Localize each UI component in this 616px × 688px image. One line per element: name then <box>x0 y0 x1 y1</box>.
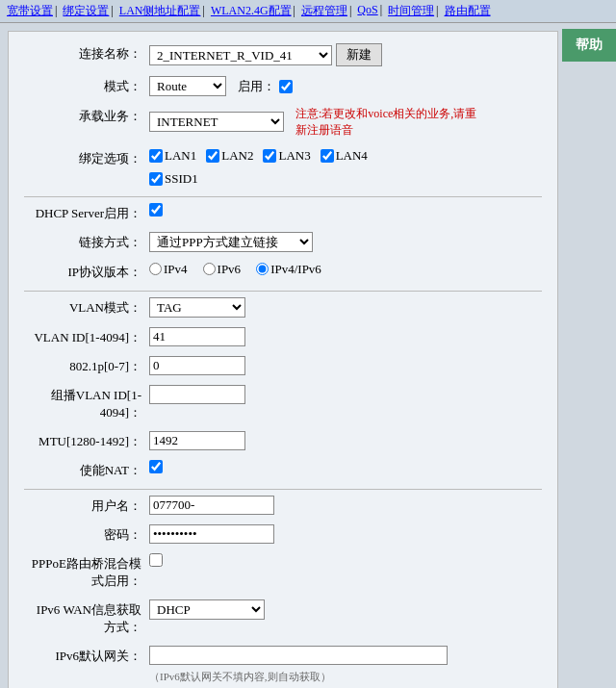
bind-ssid1: SSID1 <box>149 171 426 187</box>
ipv6-gw-hint: （IPv6默认网关不填内容,则自动获取） <box>149 670 331 684</box>
enabled-checkbox[interactable] <box>279 80 293 93</box>
ipv46-radio[interactable] <box>256 263 269 275</box>
bind-options-row: 绑定选项： LAN1 LAN2 LAN3 LAN4 <box>24 148 542 187</box>
conn-name-value: 2_INTERNET_R_VID_41 新建 <box>149 43 542 66</box>
ipv6-wan-value: DHCP <box>149 599 542 620</box>
bind-lan1-label: LAN1 <box>165 148 196 164</box>
pppoe-bridge-value <box>149 553 542 567</box>
nav-item-time[interactable]: 时间管理 <box>385 2 441 20</box>
vlan-id-input[interactable] <box>149 327 245 346</box>
password-input[interactable] <box>149 524 274 544</box>
ipv4-radio[interactable] <box>149 263 162 275</box>
username-input[interactable] <box>149 496 274 515</box>
bind-ssid1-label: SSID1 <box>165 171 198 187</box>
mtu-row: MTU[1280-1492]： <box>24 431 542 450</box>
password-row: 密码： <box>24 524 542 544</box>
ipv6-gw-value: （IPv6默认网关不填内容,则自动获取） <box>149 646 542 684</box>
mvlan-id-input[interactable] <box>149 385 245 404</box>
help-button[interactable]: 帮助 <box>562 29 616 62</box>
ipv6-gw-label: IPv6默认网关： <box>24 646 149 665</box>
ipv6-wan-label: IPv6 WAN信息获取方式： <box>24 599 149 636</box>
ipv46-radio-item: IPv4/IPv6 <box>256 262 321 277</box>
mode-row: 模式： Route 启用： <box>24 76 542 96</box>
nav-item-wlan[interactable]: WLAN2.4G配置 <box>208 2 298 20</box>
pppoe-bridge-checkbox[interactable] <box>149 553 163 567</box>
new-button[interactable]: 新建 <box>336 43 382 66</box>
conn-name-label: 连接名称： <box>24 43 149 63</box>
ipv4-label: IPv4 <box>164 262 188 277</box>
ip-proto-label: IP协议版本： <box>24 262 149 281</box>
link-select[interactable]: 通过PPP方式建立链接 <box>149 232 313 252</box>
mvlan-id-value <box>149 385 542 404</box>
bind-lan2: LAN2 <box>206 148 253 164</box>
mtu-value <box>149 431 542 450</box>
enabled-label: 启用： <box>238 78 275 95</box>
service-row: 承载业务： INTERNET 注意:若更改和voice相关的业务,请重新注册语音 <box>24 106 542 139</box>
dhcp-row: DHCP Server启用： <box>24 203 542 222</box>
vlan-mode-select[interactable]: TAG <box>149 297 245 318</box>
vlan-mode-value: TAG <box>149 297 542 318</box>
password-value <box>149 524 542 544</box>
dhcp-checkbox[interactable] <box>149 203 163 217</box>
bind-lan2-checkbox[interactable] <box>206 149 219 163</box>
nav-item-route[interactable]: 路由配置 <box>442 2 496 20</box>
dot1p-value <box>149 356 542 375</box>
dot1p-input[interactable] <box>149 356 245 375</box>
nav-item-broadband[interactable]: 宽带设置 <box>4 2 60 20</box>
nat-label: 使能NAT： <box>24 460 149 479</box>
username-label: 用户名： <box>24 496 149 515</box>
bind-label: 绑定选项： <box>24 148 149 167</box>
enabled-row: 启用： <box>238 78 295 95</box>
vlan-id-row: VLAN ID[1-4094]： <box>24 327 542 346</box>
username-value <box>149 496 542 515</box>
nat-row: 使能NAT： <box>24 460 542 479</box>
vlan-id-value <box>149 327 542 346</box>
mvlan-id-label: 组播VLAN ID[1-4094]： <box>24 385 149 421</box>
main-form: 连接名称： 2_INTERNET_R_VID_41 新建 模式： Route 启… <box>8 31 558 688</box>
mtu-label: MTU[1280-1492]： <box>24 431 149 450</box>
service-value: INTERNET 注意:若更改和voice相关的业务,请重新注册语音 <box>149 106 542 139</box>
service-label: 承载业务： <box>24 106 149 125</box>
dhcp-label: DHCP Server启用： <box>24 203 149 222</box>
service-select[interactable]: INTERNET <box>149 112 284 132</box>
bind-lan4-checkbox[interactable] <box>321 149 334 163</box>
ip-proto-value: IPv4 IPv6 IPv4/IPv6 <box>149 262 542 277</box>
username-row: 用户名： <box>24 496 542 515</box>
bind-options: LAN1 LAN2 LAN3 LAN4 SSID1 <box>149 148 432 187</box>
bind-lan3-label: LAN3 <box>278 148 310 164</box>
mtu-input[interactable] <box>149 431 245 450</box>
mvlan-id-row: 组播VLAN ID[1-4094]： <box>24 385 542 421</box>
top-nav: 宽带设置 绑定设置 LAN侧地址配置 WLAN2.4G配置 远程管理 QoS 时… <box>0 0 616 23</box>
mode-select[interactable]: Route <box>149 76 226 96</box>
bind-lan4: LAN4 <box>321 148 368 164</box>
nav-item-remote[interactable]: 远程管理 <box>298 2 354 20</box>
vlan-mode-row: VLAN模式： TAG <box>24 297 542 318</box>
ipv6-gw-input[interactable] <box>149 646 448 665</box>
bind-lan4-label: LAN4 <box>336 148 368 164</box>
bind-lan3-checkbox[interactable] <box>263 149 276 163</box>
nav-item-qos[interactable]: QoS <box>354 2 385 20</box>
pppoe-bridge-label: PPPoE路由桥混合模式启用： <box>24 553 149 590</box>
link-row: 链接方式： 通过PPP方式建立链接 <box>24 232 542 252</box>
ipv6-radio-item: IPv6 <box>203 262 242 277</box>
ipv6-gw-row: IPv6默认网关： （IPv6默认网关不填内容,则自动获取） <box>24 646 542 684</box>
bind-ssid1-checkbox[interactable] <box>149 172 163 186</box>
vlan-mode-label: VLAN模式： <box>24 297 149 317</box>
nat-checkbox[interactable] <box>149 460 163 473</box>
ipv6-label: IPv6 <box>218 262 242 277</box>
ipv6-wan-select[interactable]: DHCP <box>149 599 265 620</box>
service-note: 注意:若更改和voice相关的业务,请重新注册语音 <box>295 106 488 139</box>
ip-proto-row: IP协议版本： IPv4 IPv6 IPv4/IPv6 <box>24 262 542 281</box>
bind-lan1-checkbox[interactable] <box>149 149 163 163</box>
link-value: 通过PPP方式建立链接 <box>149 232 542 252</box>
conn-name-select[interactable]: 2_INTERNET_R_VID_41 <box>149 45 332 65</box>
dhcp-value <box>149 203 542 217</box>
nav-item-lan[interactable]: LAN侧地址配置 <box>116 2 208 20</box>
vlan-id-label: VLAN ID[1-4094]： <box>24 327 149 346</box>
mode-value: Route 启用： <box>149 76 542 96</box>
nat-value <box>149 460 542 473</box>
ipv6-radio[interactable] <box>203 263 216 275</box>
ipv6-wan-row: IPv6 WAN信息获取方式： DHCP <box>24 599 542 636</box>
nav-item-binding[interactable]: 绑定设置 <box>60 2 116 20</box>
bind-value: LAN1 LAN2 LAN3 LAN4 SSID1 <box>149 148 542 187</box>
